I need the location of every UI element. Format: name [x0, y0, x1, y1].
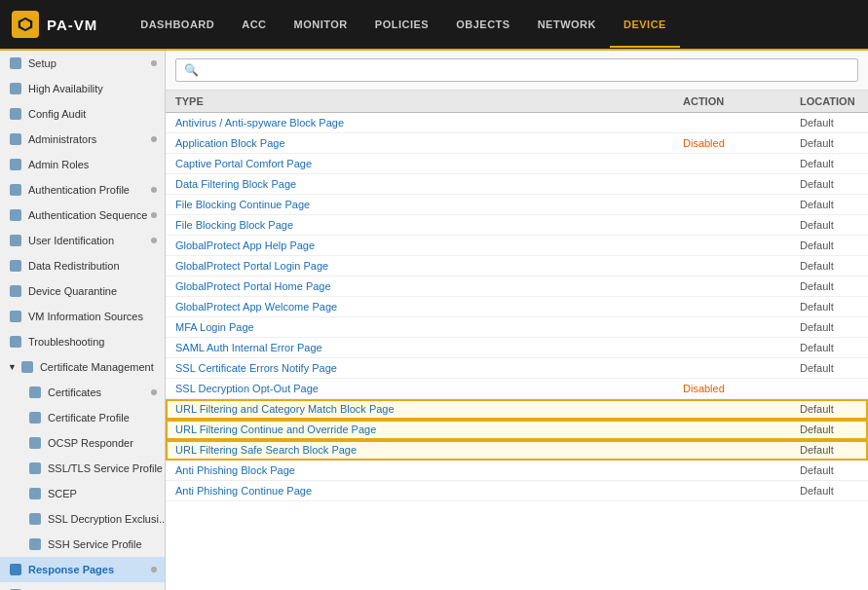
nav-item-policies[interactable]: POLICIES [361, 3, 442, 46]
svg-rect-19 [29, 488, 41, 499]
logo-icon [12, 11, 39, 38]
sidebar-item-label: Response Pages [28, 564, 151, 575]
sidebar: SetupHigh AvailabilityConfig AuditAdmini… [0, 51, 166, 590]
main-layout: SetupHigh AvailabilityConfig AuditAdmini… [0, 51, 868, 590]
nav-item-acc[interactable]: ACC [228, 3, 280, 46]
table-row: SAML Auth Internal Error PageDefault [166, 338, 868, 358]
sidebar-item-label: Certificates [48, 387, 151, 398]
sidebar-item-ocsp-responder[interactable]: OCSP Responder [0, 430, 165, 456]
table-row: Data Filtering Block PageDefault [166, 174, 868, 195]
ssl-icon [27, 461, 43, 476]
sidebar-item-label: SCEP [48, 488, 157, 499]
quarantine-icon [8, 283, 23, 299]
svg-rect-15 [29, 387, 41, 398]
indicator-dot [151, 238, 157, 243]
cell-location: Default [790, 240, 868, 251]
cell-type[interactable]: File Blocking Continue Page [166, 199, 673, 210]
cell-type[interactable]: Anti Phishing Block Page [166, 464, 673, 476]
sidebar-item-certificate-management[interactable]: ▼Certificate Management [0, 354, 165, 380]
svg-rect-9 [10, 235, 21, 246]
cell-type[interactable]: GlobalProtect Portal Home Page [166, 280, 673, 292]
sidebar-item-setup[interactable]: Setup [0, 51, 165, 76]
nav-item-device[interactable]: DEVICE [610, 3, 680, 48]
cell-type[interactable]: SSL Decryption Opt-Out Page [166, 383, 673, 394]
svg-rect-7 [10, 184, 21, 196]
sidebar-item-user-identification[interactable]: User Identification [0, 228, 165, 253]
cell-type[interactable]: Captive Portal Comfort Page [166, 158, 673, 169]
table-body: Antivirus / Anti-spyware Block PageDefau… [166, 113, 868, 590]
sidebar-item-label: Admin Roles [28, 159, 157, 170]
sidebar-item-config-audit[interactable]: Config Audit [0, 101, 165, 127]
cell-location: Default [790, 403, 868, 415]
search-input[interactable] [175, 58, 858, 82]
sidebar-item-authentication-sequence[interactable]: Authentication Sequence [0, 203, 165, 228]
table-row: SSL Decryption Opt-Out PageDisabled [166, 379, 868, 399]
svg-rect-12 [10, 311, 21, 322]
scep-icon [27, 486, 43, 501]
nav-items: DASHBOARDACCMONITORPOLICIESOBJECTSNETWOR… [127, 3, 680, 46]
cell-location: Default [790, 117, 868, 129]
sidebar-item-authentication-profile[interactable]: Authentication Profile [0, 177, 165, 203]
sidebar-item-ssltls-service-profile[interactable]: SSL/TLS Service Profile [0, 456, 165, 481]
cell-type[interactable]: MFA Login Page [166, 321, 673, 333]
indicator-dot [151, 136, 157, 142]
cell-location: Default [790, 260, 868, 272]
cell-location: Default [790, 178, 868, 190]
app-wrapper: PA-VM DASHBOARDACCMONITORPOLICIESOBJECTS… [0, 0, 868, 590]
chevron-down-icon: ▼ [8, 362, 17, 372]
table-row: GlobalProtect Portal Home PageDefault [166, 277, 868, 297]
indicator-dot [151, 389, 157, 395]
sidebar-item-certificate-profile[interactable]: Certificate Profile [0, 405, 165, 430]
sidebar-item-ssl-decryption-exclusi[interactable]: SSL Decryption Exclusi... [0, 506, 165, 532]
table-row: File Blocking Block PageDefault [166, 215, 868, 236]
roles-icon [8, 157, 23, 172]
cell-type[interactable]: SSL Certificate Errors Notify Page [166, 362, 673, 374]
cell-type[interactable]: URL Filtering Safe Search Block Page [166, 444, 673, 456]
cell-location: Default [790, 219, 868, 231]
cell-type[interactable]: Anti Phishing Continue Page [166, 485, 673, 497]
user-icon [8, 233, 23, 248]
cell-type[interactable]: URL Filtering Continue and Override Page [166, 424, 673, 435]
cell-location: Default [790, 321, 868, 333]
cell-type[interactable]: File Blocking Block Page [166, 219, 673, 231]
svg-rect-5 [10, 133, 21, 145]
sidebar-item-vm-information-sources[interactable]: VM Information Sources [0, 304, 165, 329]
col-header-type: TYPE [166, 95, 673, 107]
table-row: URL Filtering and Category Match Block P… [166, 399, 868, 420]
cell-type[interactable]: GlobalProtect Portal Login Page [166, 260, 673, 272]
nav-item-monitor[interactable]: MONITOR [281, 3, 361, 46]
audit-icon [8, 106, 23, 122]
sidebar-item-data-redistribution[interactable]: Data Redistribution [0, 253, 165, 278]
svg-rect-2 [10, 57, 21, 69]
sidebar-item-response-pages[interactable]: Response Pages [0, 557, 165, 582]
sidebar-item-administrators[interactable]: Administrators [0, 127, 165, 152]
svg-rect-11 [10, 285, 21, 297]
sidebar-item-scep[interactable]: SCEP [0, 481, 165, 506]
nav-item-network[interactable]: NETWORK [524, 3, 610, 46]
sidebar-item-admin-roles[interactable]: Admin Roles [0, 152, 165, 177]
sidebar-item-certificates[interactable]: Certificates [0, 380, 165, 405]
cell-type[interactable]: Application Block Page [166, 137, 673, 149]
cell-type[interactable]: Antivirus / Anti-spyware Block Page [166, 117, 673, 129]
sidebar-item-label: User Identification [28, 235, 151, 246]
sidebar-item-log-settings[interactable]: Log Settings [0, 582, 165, 590]
sidebar-item-troubleshooting[interactable]: Troubleshooting [0, 329, 165, 354]
sidebar-item-label: Certificate Profile [48, 412, 157, 424]
table-row: GlobalProtect Portal Login PageDefault [166, 256, 868, 277]
cell-type[interactable]: Data Filtering Block Page [166, 178, 673, 190]
cell-location: Default [790, 424, 868, 435]
cell-type[interactable]: SAML Auth Internal Error Page [166, 342, 673, 353]
nav-item-dashboard[interactable]: DASHBOARD [127, 3, 228, 46]
sidebar-item-label: Authentication Sequence [28, 209, 151, 221]
cell-location: Default [790, 362, 868, 374]
sidebar-item-high-availability[interactable]: High Availability [0, 76, 165, 101]
cell-type[interactable]: GlobalProtect App Help Page [166, 240, 673, 251]
sidebar-item-label: SSH Service Profile [48, 538, 157, 550]
cell-type[interactable]: URL Filtering and Category Match Block P… [166, 403, 673, 415]
cell-type[interactable]: GlobalProtect App Welcome Page [166, 301, 673, 313]
indicator-dot [151, 212, 157, 218]
sidebar-item-ssh-service-profile[interactable]: SSH Service Profile [0, 532, 165, 557]
nav-item-objects[interactable]: OBJECTS [442, 3, 523, 46]
sidebar-item-device-quarantine[interactable]: Device Quarantine [0, 278, 165, 304]
top-nav: PA-VM DASHBOARDACCMONITORPOLICIESOBJECTS… [0, 0, 868, 51]
